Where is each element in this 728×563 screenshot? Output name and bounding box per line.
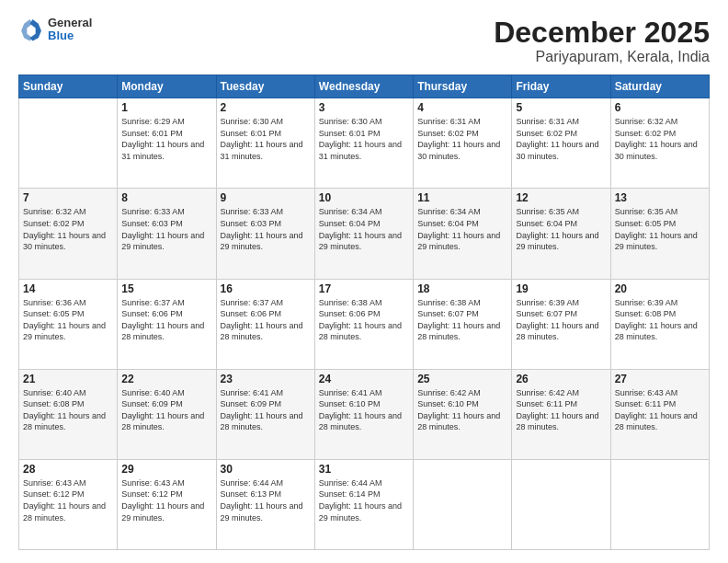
weekday-header-sunday: Sunday	[19, 75, 118, 98]
day-number: 2	[221, 101, 311, 114]
day-info: Sunrise: 6:40 AM Sunset: 6:09 PM Dayligh…	[121, 387, 211, 433]
calendar-cell	[19, 98, 118, 189]
day-info: Sunrise: 6:38 AM Sunset: 6:06 PM Dayligh…	[319, 297, 409, 343]
calendar-cell	[610, 459, 709, 549]
logo-text: General Blue	[48, 17, 92, 43]
calendar-cell: 19 Sunrise: 6:39 AM Sunset: 6:07 PM Dayl…	[512, 279, 610, 369]
day-info: Sunrise: 6:43 AM Sunset: 6:12 PM Dayligh…	[121, 477, 211, 523]
day-info: Sunrise: 6:36 AM Sunset: 6:05 PM Dayligh…	[23, 297, 113, 343]
day-number: 24	[319, 373, 409, 385]
day-info: Sunrise: 6:31 AM Sunset: 6:02 PM Dayligh…	[516, 116, 606, 162]
calendar-cell: 10 Sunrise: 6:34 AM Sunset: 6:04 PM Dayl…	[314, 189, 413, 279]
day-number: 8	[121, 191, 211, 204]
day-number: 30	[221, 463, 311, 476]
calendar-cell: 26 Sunrise: 6:42 AM Sunset: 6:11 PM Dayl…	[512, 369, 610, 459]
day-info: Sunrise: 6:39 AM Sunset: 6:07 PM Dayligh…	[516, 297, 606, 343]
day-number: 21	[23, 373, 113, 385]
calendar-cell: 12 Sunrise: 6:35 AM Sunset: 6:04 PM Dayl…	[512, 189, 610, 279]
calendar-cell: 25 Sunrise: 6:42 AM Sunset: 6:10 PM Dayl…	[414, 369, 512, 459]
day-number: 26	[516, 373, 606, 385]
calendar-subtitle: Pariyapuram, Kerala, India	[494, 49, 710, 65]
day-number: 18	[417, 282, 507, 295]
weekday-header-tuesday: Tuesday	[216, 75, 314, 98]
day-info: Sunrise: 6:32 AM Sunset: 6:02 PM Dayligh…	[23, 206, 113, 252]
day-info: Sunrise: 6:37 AM Sunset: 6:06 PM Dayligh…	[221, 297, 311, 343]
weekday-header-saturday: Saturday	[610, 75, 709, 98]
day-number: 14	[23, 282, 113, 295]
day-info: Sunrise: 6:31 AM Sunset: 6:02 PM Dayligh…	[417, 116, 507, 162]
calendar-cell: 2 Sunrise: 6:30 AM Sunset: 6:01 PM Dayli…	[216, 98, 314, 189]
day-number: 20	[615, 282, 705, 295]
day-number: 10	[319, 191, 409, 204]
page: General Blue December 2025 Pariyapuram, …	[0, 0, 728, 563]
day-info: Sunrise: 6:44 AM Sunset: 6:14 PM Dayligh…	[319, 477, 409, 523]
weekday-row: SundayMondayTuesdayWednesdayThursdayFrid…	[19, 75, 710, 98]
day-info: Sunrise: 6:34 AM Sunset: 6:04 PM Dayligh…	[417, 206, 507, 252]
calendar-cell	[414, 459, 512, 549]
day-number: 31	[319, 463, 409, 476]
calendar-cell: 5 Sunrise: 6:31 AM Sunset: 6:02 PM Dayli…	[512, 98, 610, 189]
calendar-table: SundayMondayTuesdayWednesdayThursdayFrid…	[18, 75, 710, 550]
calendar-cell: 4 Sunrise: 6:31 AM Sunset: 6:02 PM Dayli…	[414, 98, 512, 189]
day-number: 16	[221, 282, 311, 295]
calendar-cell: 3 Sunrise: 6:30 AM Sunset: 6:01 PM Dayli…	[314, 98, 413, 189]
calendar-cell: 13 Sunrise: 6:35 AM Sunset: 6:05 PM Dayl…	[610, 189, 709, 279]
day-info: Sunrise: 6:42 AM Sunset: 6:10 PM Dayligh…	[417, 387, 507, 433]
day-info: Sunrise: 6:41 AM Sunset: 6:10 PM Dayligh…	[319, 387, 409, 433]
day-number: 15	[121, 282, 211, 295]
day-number: 6	[615, 101, 705, 114]
day-info: Sunrise: 6:44 AM Sunset: 6:13 PM Dayligh…	[221, 477, 311, 523]
day-number: 1	[121, 101, 211, 114]
calendar-cell: 29 Sunrise: 6:43 AM Sunset: 6:12 PM Dayl…	[118, 459, 216, 549]
calendar-cell: 8 Sunrise: 6:33 AM Sunset: 6:03 PM Dayli…	[118, 189, 216, 279]
calendar-body: 1 Sunrise: 6:29 AM Sunset: 6:01 PM Dayli…	[19, 98, 710, 550]
calendar-cell: 23 Sunrise: 6:41 AM Sunset: 6:09 PM Dayl…	[216, 369, 314, 459]
calendar-cell: 15 Sunrise: 6:37 AM Sunset: 6:06 PM Dayl…	[118, 279, 216, 369]
calendar-week-3: 21 Sunrise: 6:40 AM Sunset: 6:08 PM Dayl…	[19, 369, 710, 459]
calendar-title: December 2025	[494, 17, 710, 49]
day-number: 28	[23, 463, 113, 476]
calendar-cell: 14 Sunrise: 6:36 AM Sunset: 6:05 PM Dayl…	[19, 279, 118, 369]
day-number: 11	[417, 191, 507, 204]
calendar-cell: 30 Sunrise: 6:44 AM Sunset: 6:13 PM Dayl…	[216, 459, 314, 549]
day-info: Sunrise: 6:42 AM Sunset: 6:11 PM Dayligh…	[516, 387, 606, 433]
day-info: Sunrise: 6:43 AM Sunset: 6:11 PM Dayligh…	[615, 387, 705, 433]
calendar-cell: 21 Sunrise: 6:40 AM Sunset: 6:08 PM Dayl…	[19, 369, 118, 459]
calendar-cell: 24 Sunrise: 6:41 AM Sunset: 6:10 PM Dayl…	[314, 369, 413, 459]
calendar-week-0: 1 Sunrise: 6:29 AM Sunset: 6:01 PM Dayli…	[19, 98, 710, 189]
calendar-cell: 22 Sunrise: 6:40 AM Sunset: 6:09 PM Dayl…	[118, 369, 216, 459]
logo-blue-text: Blue	[48, 29, 92, 42]
logo-general-text: General	[48, 17, 92, 29]
weekday-header-thursday: Thursday	[414, 75, 512, 98]
day-info: Sunrise: 6:30 AM Sunset: 6:01 PM Dayligh…	[221, 116, 311, 162]
calendar-cell: 28 Sunrise: 6:43 AM Sunset: 6:12 PM Dayl…	[19, 459, 118, 549]
day-info: Sunrise: 6:35 AM Sunset: 6:04 PM Dayligh…	[516, 206, 606, 252]
calendar-cell: 20 Sunrise: 6:39 AM Sunset: 6:08 PM Dayl…	[610, 279, 709, 369]
header: General Blue December 2025 Pariyapuram, …	[18, 17, 710, 65]
logo-icon	[18, 17, 44, 42]
day-number: 7	[23, 191, 113, 204]
calendar-header: SundayMondayTuesdayWednesdayThursdayFrid…	[19, 75, 710, 98]
day-info: Sunrise: 6:34 AM Sunset: 6:04 PM Dayligh…	[319, 206, 409, 252]
day-number: 3	[319, 101, 409, 114]
calendar-cell: 27 Sunrise: 6:43 AM Sunset: 6:11 PM Dayl…	[610, 369, 709, 459]
day-info: Sunrise: 6:39 AM Sunset: 6:08 PM Dayligh…	[615, 297, 705, 343]
day-number: 12	[516, 191, 606, 204]
day-info: Sunrise: 6:33 AM Sunset: 6:03 PM Dayligh…	[121, 206, 211, 252]
day-number: 29	[121, 463, 211, 476]
title-block: December 2025 Pariyapuram, Kerala, India	[494, 17, 710, 65]
calendar-cell: 18 Sunrise: 6:38 AM Sunset: 6:07 PM Dayl…	[414, 279, 512, 369]
day-info: Sunrise: 6:37 AM Sunset: 6:06 PM Dayligh…	[121, 297, 211, 343]
calendar-cell: 11 Sunrise: 6:34 AM Sunset: 6:04 PM Dayl…	[414, 189, 512, 279]
day-number: 13	[615, 191, 705, 204]
weekday-header-wednesday: Wednesday	[314, 75, 413, 98]
day-info: Sunrise: 6:43 AM Sunset: 6:12 PM Dayligh…	[23, 477, 113, 523]
day-number: 27	[615, 373, 705, 385]
day-info: Sunrise: 6:30 AM Sunset: 6:01 PM Dayligh…	[319, 116, 409, 162]
day-info: Sunrise: 6:38 AM Sunset: 6:07 PM Dayligh…	[417, 297, 507, 343]
calendar-cell: 9 Sunrise: 6:33 AM Sunset: 6:03 PM Dayli…	[216, 189, 314, 279]
calendar-cell	[512, 459, 610, 549]
calendar-cell: 7 Sunrise: 6:32 AM Sunset: 6:02 PM Dayli…	[19, 189, 118, 279]
day-number: 17	[319, 282, 409, 295]
day-number: 9	[221, 191, 311, 204]
